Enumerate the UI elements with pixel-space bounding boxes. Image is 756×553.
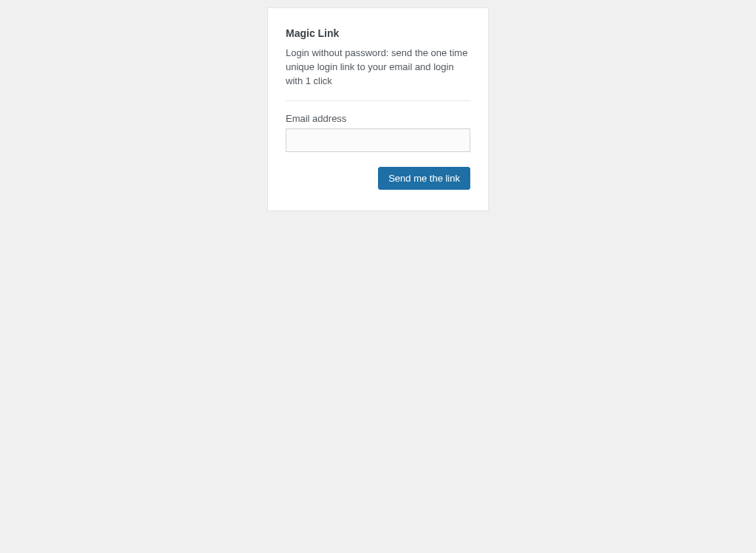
divider <box>286 100 470 101</box>
magic-link-card: Magic Link Login without password: send … <box>267 7 489 211</box>
email-label: Email address <box>286 113 470 124</box>
card-title: Magic Link <box>286 27 470 39</box>
email-input[interactable] <box>286 128 470 152</box>
card-description: Login without password: send the one tim… <box>286 47 470 89</box>
form-actions: Send me the link <box>286 167 470 190</box>
send-link-button[interactable]: Send me the link <box>378 167 470 190</box>
